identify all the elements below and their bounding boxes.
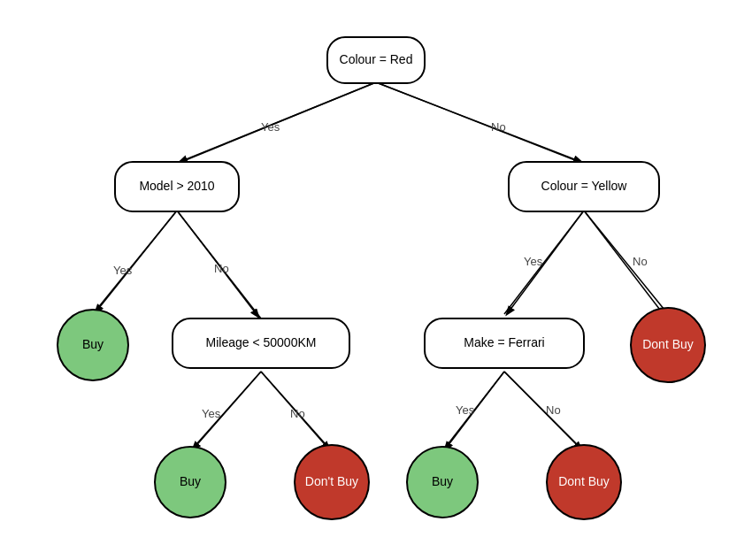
edge-yellow-ferrari-arrow — [507, 211, 584, 314]
decision-tree: Yes No Yes No Yes No Yes No Yes No Colou… — [0, 0, 752, 560]
label-ferrari-no: No — [546, 403, 561, 417]
node-dont-buy2-label: Don't Buy — [305, 474, 358, 488]
label-model-yes: Yes — [113, 264, 133, 277]
label-yellow-yes: Yes — [524, 255, 543, 268]
node-dont-buy3-label: Dont Buy — [558, 474, 610, 488]
edge-ferrari-buy3-arrow — [445, 372, 504, 449]
node-dont-buy1-label: Dont Buy — [642, 337, 694, 351]
node-ferrari-label: Make = Ferrari — [464, 335, 544, 349]
edge-yellow-dontbuy1-arrow — [584, 211, 665, 317]
edge-root-yellow-arrow — [376, 82, 581, 162]
node-model-label: Model > 2010 — [139, 179, 214, 193]
label-yellow-no: No — [633, 255, 648, 268]
label-mileage-yes: Yes — [202, 407, 221, 420]
label-root-yes: Yes — [261, 120, 280, 134]
node-colour-yellow-label: Colour = Yellow — [541, 179, 628, 193]
label-model-no: No — [214, 262, 229, 275]
node-mileage-label: Mileage < 50000KM — [206, 335, 317, 349]
node-buy1-label: Buy — [82, 337, 104, 351]
edge-model-buy1-arrow — [96, 211, 177, 312]
node-buy2-label: Buy — [180, 474, 201, 488]
edge-ferrari-dontbuy3-arrow — [504, 372, 581, 449]
node-root-label: Colour = Red — [340, 52, 413, 66]
node-buy3-label: Buy — [432, 474, 453, 488]
label-mileage-no: No — [290, 407, 305, 420]
label-root-no: No — [491, 120, 506, 134]
label-ferrari-yes: Yes — [456, 403, 475, 417]
